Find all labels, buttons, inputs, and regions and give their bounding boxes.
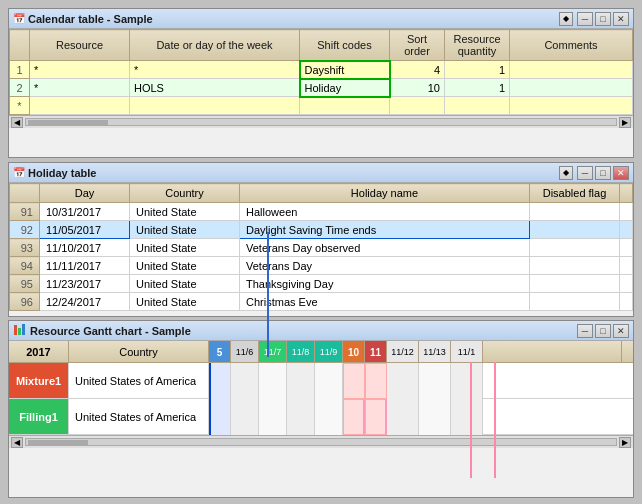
hol-scroll-93: [620, 239, 633, 257]
gantt-minimize-btn[interactable]: ─: [577, 324, 593, 338]
gantt-date-119: 11/9: [315, 341, 343, 362]
gantt-scroll-right-btn[interactable]: ▶: [619, 437, 631, 448]
hol-col-num: [10, 184, 40, 203]
hol-flag-93[interactable]: [530, 239, 620, 257]
gantt-country-mixture: United States of America: [69, 363, 209, 398]
col-comments: Comments: [510, 30, 633, 61]
gantt-cell-f9: [451, 399, 483, 435]
cell-date-2[interactable]: HOLS: [130, 79, 300, 97]
calendar-icon: 📅: [13, 13, 25, 24]
cell-sort-star[interactable]: [390, 97, 445, 115]
hol-col-flag: Disabled flag: [530, 184, 620, 203]
hol-day-96[interactable]: 12/24/2017: [40, 293, 130, 311]
cell-date-1[interactable]: *: [130, 61, 300, 79]
gantt-scroll-left-btn[interactable]: ◀: [11, 437, 23, 448]
hol-num-93: 93: [10, 239, 40, 257]
hol-day-93[interactable]: 11/10/2017: [40, 239, 130, 257]
hol-country-95[interactable]: United State: [130, 275, 240, 293]
holiday-diamond-btn[interactable]: ◆: [559, 166, 573, 180]
cell-shift-1[interactable]: Dayshift: [300, 61, 390, 79]
gantt-date-1112: 11/12: [387, 341, 419, 362]
gantt-cell-f3: [287, 399, 315, 435]
gantt-cells-filling: [209, 399, 633, 434]
cell-resource-2[interactable]: *: [30, 79, 130, 97]
cell-resource-1[interactable]: *: [30, 61, 130, 79]
cell-shift-2[interactable]: Holiday: [300, 79, 390, 97]
calendar-close-btn[interactable]: ✕: [613, 12, 629, 26]
calendar-maximize-btn[interactable]: □: [595, 12, 611, 26]
hol-day-91[interactable]: 10/31/2017: [40, 203, 130, 221]
holiday-minimize-btn[interactable]: ─: [577, 166, 593, 180]
hol-col-day: Day: [40, 184, 130, 203]
hol-day-95[interactable]: 11/23/2017: [40, 275, 130, 293]
hol-name-94[interactable]: Veterans Day: [240, 257, 530, 275]
hol-name-96[interactable]: Christmas Eve: [240, 293, 530, 311]
hol-flag-92[interactable]: [530, 221, 620, 239]
gantt-cell-f6: [365, 399, 387, 435]
hol-country-93[interactable]: United State: [130, 239, 240, 257]
scroll-right-btn[interactable]: ▶: [619, 117, 631, 128]
cell-date-star[interactable]: [130, 97, 300, 115]
holiday-row-91: 91 10/31/2017 United State Halloween: [10, 203, 633, 221]
gantt-cell-m9: [451, 363, 483, 399]
gantt-cell-m1: [231, 363, 259, 399]
hol-flag-91[interactable]: [530, 203, 620, 221]
holiday-grid: Day Country Holiday name Disabled flag 9…: [9, 183, 633, 311]
row-num-1: 1: [10, 61, 30, 79]
calendar-grid: Resource Date or day of the week Shift c…: [9, 29, 633, 115]
scroll-left-btn[interactable]: ◀: [11, 117, 23, 128]
gantt-cell-m3: [287, 363, 315, 399]
hol-day-92[interactable]: 11/05/2017: [40, 221, 130, 239]
svg-rect-2: [22, 324, 25, 335]
gantt-date-5: 5: [209, 341, 231, 362]
holiday-close-btn[interactable]: ✕: [613, 166, 629, 180]
cell-sort-1[interactable]: 4: [390, 61, 445, 79]
calendar-window: 📅 Calendar table - Sample ◆ ─ □ ✕ Resour…: [8, 8, 634, 158]
holiday-row-92: 92 11/05/2017 United State Daylight Savi…: [10, 221, 633, 239]
cell-comments-2[interactable]: [510, 79, 633, 97]
hol-country-91[interactable]: United State: [130, 203, 240, 221]
gantt-cell-m4: [315, 363, 343, 399]
cell-qty-star[interactable]: [445, 97, 510, 115]
cell-resource-star[interactable]: [30, 97, 130, 115]
hol-day-94[interactable]: 11/11/2017: [40, 257, 130, 275]
hol-name-92[interactable]: Daylight Saving Time ends: [240, 221, 530, 239]
gantt-date-1113: 11/13: [419, 341, 451, 362]
gantt-maximize-btn[interactable]: □: [595, 324, 611, 338]
gantt-dates-header: 5 11/6 11/7 11/8 11/9 10 11 11/12 11/13 …: [209, 341, 621, 362]
hol-scroll-91: [620, 203, 633, 221]
gantt-date-117: 11/7: [259, 341, 287, 362]
hol-name-91[interactable]: Halloween: [240, 203, 530, 221]
hol-country-94[interactable]: United State: [130, 257, 240, 275]
hol-num-94: 94: [10, 257, 40, 275]
calendar-minimize-btn[interactable]: ─: [577, 12, 593, 26]
gantt-row-mixture: Mixture1 United States of America: [9, 363, 633, 399]
gantt-cell-f0: [209, 399, 231, 435]
cell-shift-star[interactable]: [300, 97, 390, 115]
calendar-row-1: 1 * * Dayshift 4 1: [10, 61, 633, 79]
hol-name-95[interactable]: Thanksgiving Day: [240, 275, 530, 293]
hol-country-92[interactable]: United State: [130, 221, 240, 239]
cell-qty-1[interactable]: 1: [445, 61, 510, 79]
col-rownum: [10, 30, 30, 61]
hol-flag-94[interactable]: [530, 257, 620, 275]
cell-qty-2[interactable]: 1: [445, 79, 510, 97]
cell-sort-2[interactable]: 10: [390, 79, 445, 97]
cell-comments-star[interactable]: [510, 97, 633, 115]
hol-col-name: Holiday name: [240, 184, 530, 203]
gantt-cell-f8: [419, 399, 451, 435]
col-date: Date or day of the week: [130, 30, 300, 61]
calendar-diamond-btn[interactable]: ◆: [559, 12, 573, 26]
hol-flag-96[interactable]: [530, 293, 620, 311]
holiday-window: 📅 Holiday table ◆ ─ □ ✕ Day Country Holi…: [8, 162, 634, 317]
gantt-cell-m2: [259, 363, 287, 399]
holiday-maximize-btn[interactable]: □: [595, 166, 611, 180]
cell-comments-1[interactable]: [510, 61, 633, 79]
gantt-close-btn[interactable]: ✕: [613, 324, 629, 338]
calendar-title: Calendar table - Sample: [28, 13, 559, 25]
hol-num-95: 95: [10, 275, 40, 293]
hol-name-93[interactable]: Veterans Day observed: [240, 239, 530, 257]
hol-flag-95[interactable]: [530, 275, 620, 293]
hol-country-96[interactable]: United State: [130, 293, 240, 311]
gantt-title-bar: Resource Gantt chart - Sample ─ □ ✕: [9, 321, 633, 341]
